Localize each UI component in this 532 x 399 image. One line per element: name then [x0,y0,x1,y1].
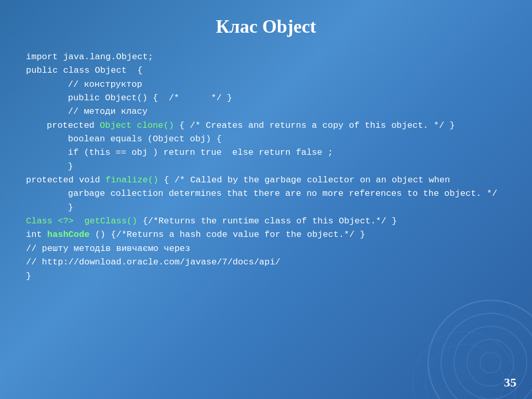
getclass-highlight: Class <?> [26,216,74,226]
svg-point-4 [480,352,501,373]
code-line-2: public class Object { [26,64,506,77]
code-line-comment1: // решту методів вивчаємо через [26,242,506,256]
code-line-5: // методи класу [26,105,506,118]
svg-point-1 [441,313,532,399]
code-line-comment2: // http://download.oracle.com/javase/7/d… [26,256,506,269]
code-line-if: if (this == obj ) return true else retur… [26,146,506,159]
code-line-closefinal: } [26,270,506,283]
code-line-1: import java.lang.Object; [26,50,506,64]
code-line-hashcode: int hashCode () {/*Returns a hash code v… [26,228,506,242]
code-line-4: public Object() { /* */ } [26,91,506,105]
code-line-close1: } [26,160,506,174]
hashcode-highlight: hashCode [47,230,90,240]
code-line-equals: boolean equals (Object obj) { [26,132,506,146]
clone-highlight: Object clone() [100,121,174,130]
code-line-finalize2: garbage collection determines that there… [26,187,506,201]
finalize-highlight: finalize() [105,175,158,185]
slide-title: Клас Object [26,16,506,37]
code-block: import java.lang.Object; public class Ob… [26,50,506,283]
svg-point-0 [428,300,532,399]
slide: Клас Object import java.lang.Object; pub… [0,0,532,399]
code-line-finalize1: protected void finalize() { /* Called by… [26,174,506,187]
code-line-getclass: Class <?> getClass() {/*Returns the runt… [26,215,506,228]
code-line-close2: } [26,201,506,215]
code-line-clone: protected Object clone() { /* Creates an… [26,119,506,132]
code-line-3: // конструктор [26,78,506,91]
svg-point-5 [413,331,516,399]
page-number: 35 [504,376,516,390]
getclass-method-highlight: getClass() [84,216,137,226]
svg-point-6 [425,344,503,399]
